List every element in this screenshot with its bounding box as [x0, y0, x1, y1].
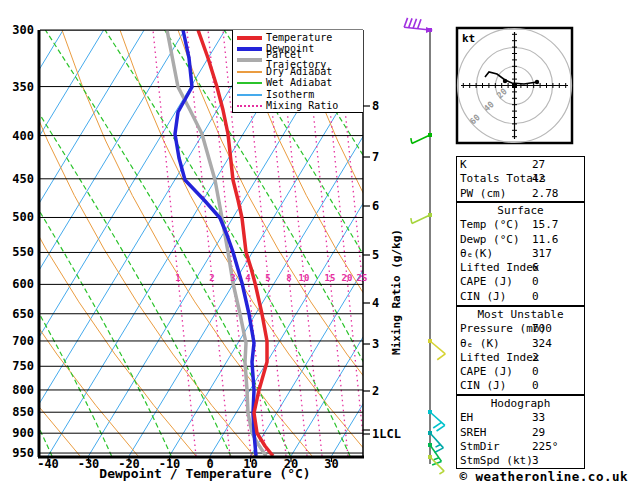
- mixing-ratio-axis-title: Mixing Ratio (g/kg): [390, 229, 403, 355]
- mixing-ratio-value-label: 5: [265, 273, 270, 283]
- table-row: Temp (°C)15.7: [460, 218, 581, 232]
- km-tick-label: 7: [372, 150, 379, 164]
- pressure-tick-label: 950: [4, 446, 34, 460]
- row-value: 317: [532, 247, 552, 261]
- legend-label: Mixing Ratio: [266, 101, 338, 111]
- km-tick-label: 3: [372, 337, 379, 351]
- table-row: CIN (J)0: [460, 290, 581, 304]
- row-label: StmSpd (kt): [460, 454, 533, 467]
- table-title: Surface: [460, 204, 581, 218]
- row-value: 27: [532, 158, 545, 172]
- table-row: Dewp (°C)11.6: [460, 233, 581, 247]
- row-value: 6: [532, 261, 539, 275]
- pressure-tick-label: 600: [4, 277, 34, 291]
- row-label: CAPE (J): [460, 365, 513, 378]
- row-label: CIN (J): [460, 379, 506, 392]
- row-label: θₑ(K): [460, 247, 493, 260]
- table-row: StmDir225°: [460, 440, 581, 454]
- table-row: SREH29: [460, 426, 581, 440]
- row-value: 225°: [532, 440, 559, 454]
- legend-label: Isotherm: [266, 90, 314, 100]
- row-value: 324: [532, 337, 552, 351]
- pressure-tick-label: 850: [4, 405, 34, 419]
- table-row: CIN (J)0: [460, 379, 581, 393]
- hodograph-unit-label: kt: [462, 32, 475, 45]
- row-label: Lifted Index: [460, 261, 539, 274]
- table-row: Lifted Index2: [460, 351, 581, 365]
- table-row: θₑ(K)317: [460, 247, 581, 261]
- row-label: Temp (°C): [460, 218, 520, 231]
- table-row: K27: [460, 158, 581, 172]
- km-tick-label: 5: [372, 248, 379, 262]
- row-value: 15.7: [532, 218, 559, 232]
- row-value: 2: [532, 351, 539, 365]
- table-title: Most Unstable: [460, 308, 581, 322]
- row-value: 29: [532, 426, 545, 440]
- table-row: CAPE (J)0: [460, 275, 581, 289]
- legend-line-sample: [237, 82, 262, 84]
- pressure-tick-label: 650: [4, 307, 34, 321]
- row-value: 700: [532, 322, 552, 336]
- mixing-ratio-value-label: 4: [245, 273, 250, 283]
- table-row: θₑ (K)324: [460, 337, 581, 351]
- pressure-tick-label: 300: [4, 23, 34, 37]
- row-value: 0: [532, 365, 539, 379]
- km-tick-label: 1LCL: [372, 427, 401, 441]
- mixing-ratio-value-label: 25: [357, 273, 368, 283]
- temp-tick-label: -40: [37, 457, 59, 471]
- table-title: Hodograph: [460, 397, 581, 411]
- legend-row: Wet Adiabat: [233, 78, 363, 89]
- pressure-tick-label: 900: [4, 426, 34, 440]
- mixing-ratio-value-label: 10: [299, 273, 310, 283]
- mixing-ratio-value-label: 3: [230, 273, 235, 283]
- table-row: Pressure (mb)700: [460, 322, 581, 336]
- legend-line-sample: [237, 94, 262, 96]
- hodograph-box: 204060: [457, 28, 572, 143]
- pressure-tick-label: 400: [4, 129, 34, 143]
- row-label: K: [460, 158, 467, 171]
- table-surface: SurfaceTemp (°C)15.7Dewp (°C)11.6θₑ(K)31…: [456, 202, 585, 306]
- mixing-ratio-value-label: 2: [209, 273, 214, 283]
- pressure-tick-label: 500: [4, 210, 34, 224]
- row-value: 0: [532, 290, 539, 304]
- legend-label: Temperature: [266, 33, 332, 43]
- km-tick-label: 2: [372, 384, 379, 398]
- legend-line-sample: [237, 105, 262, 107]
- row-label: CAPE (J): [460, 275, 513, 288]
- copyright-credit: © weatheronline.co.uk: [440, 469, 628, 484]
- table-row: CAPE (J)0: [460, 365, 581, 379]
- legend-line-sample: [237, 47, 262, 51]
- row-label: EH: [460, 411, 473, 424]
- legend-row: Temperature: [233, 32, 363, 43]
- x-axis-title: Dewpoint / Temperature (°C): [99, 466, 310, 481]
- temp-tick-label: -30: [78, 457, 100, 471]
- legend-line-sample: [237, 36, 262, 40]
- table-row: EH33: [460, 411, 581, 425]
- mixing-ratio-value-label: 20: [342, 273, 353, 283]
- km-tick-label: 6: [372, 199, 379, 213]
- legend-row: Isotherm: [233, 89, 363, 100]
- mixing-ratio-value-label: 1: [175, 273, 180, 283]
- table-row: PW (cm)2.78: [460, 187, 581, 201]
- pressure-tick-label: 750: [4, 359, 34, 373]
- table-hodograph: HodographEH33SREH29StmDir225°StmSpd (kt)…: [456, 395, 585, 469]
- row-label: CIN (J): [460, 290, 506, 303]
- legend-line-sample: [237, 58, 262, 62]
- table-row: Lifted Index6: [460, 261, 581, 275]
- pressure-tick-label: 450: [4, 172, 34, 186]
- legend-box: TemperatureDewpointParcel TrajectoryDry …: [232, 30, 363, 113]
- row-label: θₑ (K): [460, 337, 500, 350]
- table-row: Totals Totals42: [460, 172, 581, 186]
- pressure-tick-label: 550: [4, 245, 34, 259]
- table-indices: K27Totals Totals42PW (cm)2.78: [456, 156, 585, 202]
- legend-row: Mixing Ratio: [233, 100, 363, 111]
- row-value: 2.78: [532, 187, 559, 201]
- row-value: 3: [532, 454, 539, 468]
- legend-row: Parcel Trajectory: [233, 55, 363, 66]
- skewt-sounding-screen: hPa 44°13'N 43°06'E 522m ASL km ASL 07.0…: [0, 0, 629, 486]
- row-label: SREH: [460, 426, 487, 439]
- row-label: Lifted Index: [460, 351, 539, 364]
- mixing-ratio-value-label: 15: [325, 273, 336, 283]
- pressure-tick-label: 800: [4, 383, 34, 397]
- row-label: Dewp (°C): [460, 233, 520, 246]
